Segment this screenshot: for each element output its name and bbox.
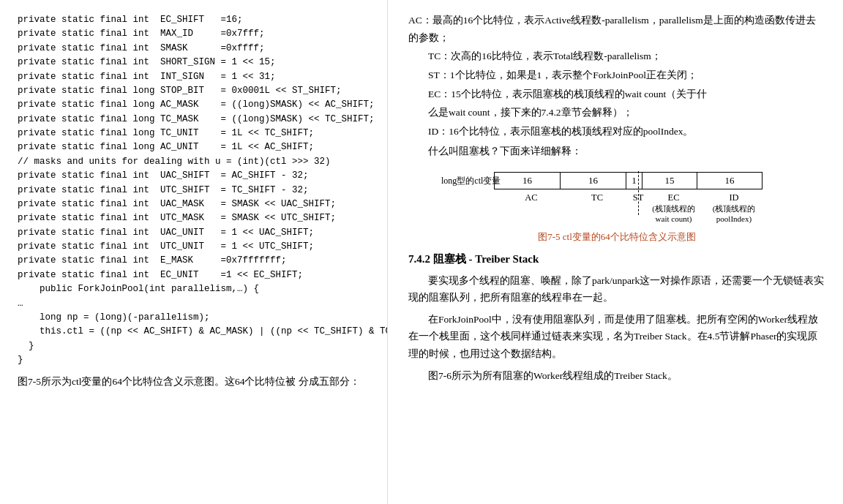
- paragraph-1: 要实现多个线程的阻塞、唤醒，除了park/unpark这一对操作原语，还需要一个…: [408, 272, 825, 306]
- diagram-col-labels: ACTCSTECID: [441, 192, 793, 203]
- bottom-text: 图7-5所示为ctl变量的64个比特位含义示意图。这64个比特位被 分成五部分：: [18, 373, 372, 391]
- diagram-cells: 161611516: [494, 172, 763, 189]
- section-title: 7.4.2 阻塞栈 - Treiber Stack: [408, 252, 825, 266]
- bottom-text-line1: 图7-5所示为ctl变量的64个比特位含义示意图。这64个比特位被: [18, 376, 296, 387]
- intro-text: AC：最高的16个比特位，表示Active线程数-parallelism，par…: [408, 12, 825, 140]
- ac-spacer: [498, 203, 564, 225]
- tc-spacer: [564, 203, 630, 225]
- id-sub-label: (栈顶线程的poolIndex): [701, 203, 767, 225]
- figure-caption: 图7-5 ctl变量的64个比特位含义示意图: [408, 230, 825, 244]
- bottom-text-line2: 分成五部分：: [299, 376, 360, 387]
- code-content: private static final int EC_SHIFT =16;pr…: [18, 13, 372, 367]
- what-label: 什么叫阻塞栈？下面来详细解释：: [408, 143, 825, 160]
- left-panel: private static final int EC_SHIFT =16;pr…: [0, 0, 388, 504]
- ec-sub-label: (栈顶线程的wait count): [646, 203, 701, 225]
- diagram-left-label: long型的ctl变量: [441, 175, 494, 187]
- bit-diagram: long型的ctl变量 161611516 ACTCSTECID (栈顶线程的w…: [441, 172, 793, 225]
- paragraph-2: 在ForkJoinPool中，没有使用阻塞队列，而是使用了阻塞栈。把所有空闲的W…: [408, 311, 825, 363]
- sub-labels-row: (栈顶线程的wait count) (栈顶线程的poolIndex): [441, 203, 793, 225]
- diagram-cells-row: long型的ctl变量 161611516: [441, 172, 793, 189]
- paragraph-3: 图7-6所示为所有阻塞的Worker线程组成的Treiber Stack。: [408, 367, 825, 385]
- right-panel: AC：最高的16个比特位，表示Active线程数-parallelism，par…: [388, 0, 843, 504]
